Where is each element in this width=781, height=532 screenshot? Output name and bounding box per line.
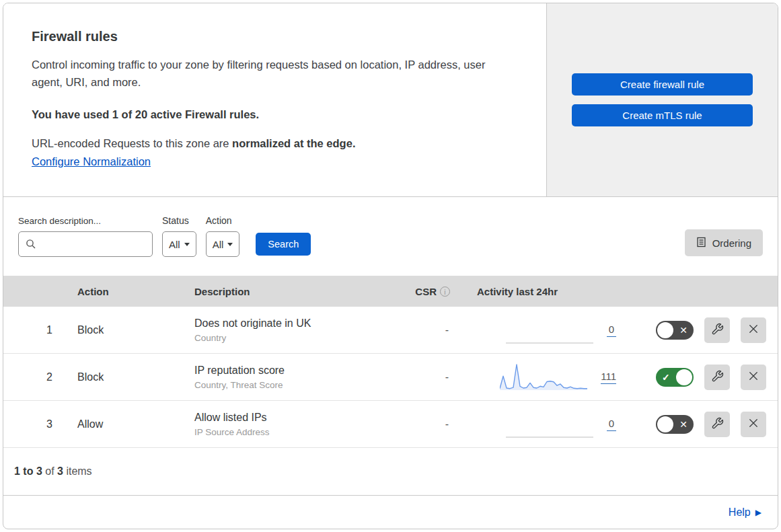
edit-rule-button[interactable] [704, 365, 730, 390]
rule-description: IP reputation score [194, 365, 376, 377]
range-text: 1 to 3 [14, 465, 42, 478]
search-label: Search description... [18, 216, 153, 226]
enable-toggle[interactable]: ✓ ✕ [656, 415, 694, 434]
ordering-list-icon [696, 237, 706, 250]
edit-rule-button[interactable] [704, 412, 730, 437]
toggle-knob [657, 416, 673, 432]
rule-criteria: Country [194, 333, 376, 343]
activity-sparkline [506, 315, 593, 346]
action-value: All [213, 239, 224, 250]
rule-description: Allow listed IPs [194, 412, 376, 424]
rule-description: Does not originate in UK [194, 317, 376, 330]
table-row: 3 Allow Allow listed IPs IP Source Addre… [3, 401, 778, 448]
rule-activity-cell: 0 [457, 409, 626, 440]
rule-priority: 2 [3, 371, 64, 383]
firewall-rules-page: Firewall rules Control incoming traffic … [3, 3, 778, 529]
table-body: 1 Block Does not originate in UK Country… [3, 307, 778, 448]
help-label: Help [729, 506, 751, 519]
arrow-right-icon: ▶ [755, 508, 761, 517]
cross-icon: ✕ [679, 420, 687, 429]
rule-criteria: IP Source Address [194, 427, 376, 437]
help-link[interactable]: Help ▶ [729, 506, 761, 519]
create-firewall-rule-button[interactable]: Create firewall rule [572, 73, 753, 96]
table-row: 2 Block IP reputation score Country, Thr… [3, 354, 778, 401]
header-section: Firewall rules Control incoming traffic … [3, 3, 778, 197]
rule-description-cell: IP reputation score Country, Threat Scor… [181, 365, 376, 390]
page-title: Firewall rules [32, 29, 518, 44]
edit-rule-button[interactable] [704, 317, 730, 343]
rule-description-cell: Allow listed IPs IP Source Address [181, 412, 376, 437]
rule-activity-cell: 111 [457, 362, 626, 393]
delete-rule-button[interactable] [741, 317, 766, 343]
search-input-wrap [18, 231, 153, 257]
normalization-bold: normalized at the edge. [232, 137, 355, 149]
cross-icon: ✕ [679, 326, 687, 335]
usage-summary: You have used 1 of 20 active Firewall ru… [32, 108, 518, 121]
csr-label: CSR [415, 286, 437, 297]
filter-controls: Search description... Status All Action [18, 215, 311, 257]
status-label: Status [162, 215, 196, 226]
activity-count-link[interactable]: 0 [607, 418, 616, 431]
rule-action: Allow [64, 418, 181, 430]
action-label: Action [206, 215, 240, 226]
rule-priority: 1 [3, 324, 64, 336]
rule-criteria: Country, Threat Score [194, 380, 376, 390]
ordering-button[interactable]: Ordering [685, 229, 763, 256]
normalization-note: URL-encoded Requests to this zone are no… [32, 137, 518, 150]
create-mtls-rule-button[interactable]: Create mTLS rule [572, 104, 753, 126]
close-icon [747, 323, 759, 337]
normalization-text: URL-encoded Requests to this zone are [32, 137, 232, 149]
rule-action: Block [64, 324, 181, 336]
page-description: Control incoming traffic to your zone by… [32, 56, 518, 91]
enable-toggle[interactable]: ✓ ✕ [656, 368, 694, 387]
action-dropdown[interactable]: All [206, 231, 240, 257]
check-icon: ✓ [662, 373, 670, 382]
pagination-summary: 1 to 3 of 3 items [3, 448, 778, 495]
total-text: 3 [57, 465, 63, 478]
rule-description-cell: Does not originate in UK Country [181, 317, 376, 343]
search-button[interactable]: Search [256, 233, 311, 256]
rule-activity-cell: 0 [457, 315, 626, 346]
wrench-icon [711, 417, 724, 432]
col-csr-header: CSRi [376, 286, 457, 297]
col-activity-header: Activity last 24hr [457, 286, 626, 297]
of-text: of [42, 465, 57, 478]
actions-panel: Create firewall rule Create mTLS rule [547, 3, 778, 196]
info-icon[interactable]: i [440, 287, 450, 297]
chevron-down-icon [184, 243, 190, 246]
toggle-knob [676, 369, 692, 385]
delete-rule-button[interactable] [741, 365, 766, 390]
close-icon [747, 370, 759, 384]
items-text: items [63, 465, 92, 478]
enable-toggle[interactable]: ✓ ✕ [656, 321, 694, 340]
rule-controls: ✓ ✕ [626, 317, 778, 343]
toggle-knob [657, 322, 673, 338]
rule-action: Block [64, 371, 181, 383]
rule-controls: ✓ ✕ [626, 412, 778, 437]
wrench-icon [711, 370, 724, 385]
delete-rule-button[interactable] [741, 412, 766, 437]
table-row: 1 Block Does not originate in UK Country… [3, 307, 778, 354]
col-action-header: Action [64, 286, 181, 297]
chevron-down-icon [227, 243, 233, 246]
filter-bar: Search description... Status All Action [3, 197, 778, 276]
action-field: Action All [206, 215, 240, 257]
search-input[interactable] [18, 231, 153, 257]
rule-csr: - [376, 324, 457, 336]
activity-count-link[interactable]: 0 [607, 324, 616, 337]
rule-priority: 3 [3, 418, 64, 430]
header-card: Firewall rules Control incoming traffic … [3, 3, 547, 196]
table-header: Action Description CSRi Activity last 24… [3, 276, 778, 307]
activity-count-link[interactable]: 111 [601, 371, 616, 384]
col-description-header: Description [181, 286, 376, 297]
ordering-label: Ordering [712, 237, 751, 249]
rule-csr: - [376, 371, 457, 383]
status-field: Status All [162, 215, 196, 257]
search-field: Search description... [18, 216, 153, 257]
status-value: All [169, 239, 180, 250]
status-dropdown[interactable]: All [162, 231, 196, 257]
configure-normalization-link[interactable]: Configure Normalization [32, 155, 151, 168]
help-bar: Help ▶ [3, 495, 778, 529]
rule-csr: - [376, 418, 457, 430]
wrench-icon [711, 323, 724, 338]
